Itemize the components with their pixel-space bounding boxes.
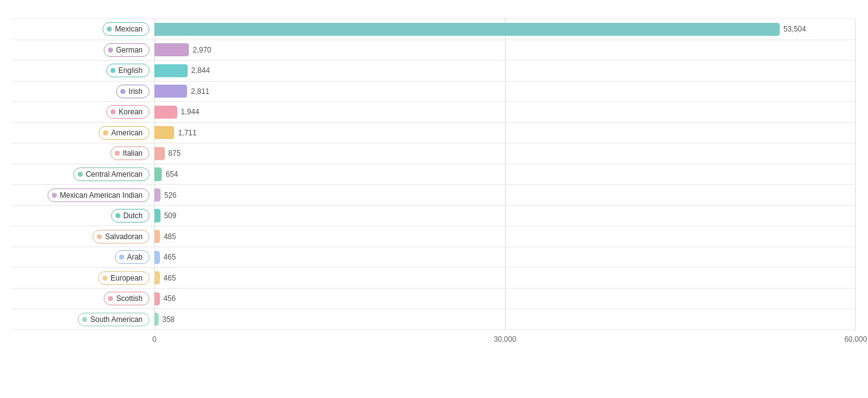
x-axis-label: 60,000 — [845, 335, 867, 344]
bar-label-pill: English — [106, 64, 149, 77]
bar-graph-area: 485 — [154, 226, 856, 247]
bar-color-dot — [120, 89, 125, 94]
bar-row: European465 — [12, 268, 856, 289]
bar-graph-area: 875 — [154, 143, 856, 164]
bar-graph-area: 526 — [154, 185, 856, 205]
bar-row: Irish2,811 — [12, 82, 856, 103]
bar-label-text: Italian — [123, 149, 143, 158]
bar-fill — [154, 251, 160, 264]
chart-container: Mexican53,504German2,970English2,844Iris… — [0, 0, 868, 398]
bar-value-label: 1,944 — [181, 108, 199, 116]
bar-color-dot — [119, 255, 124, 260]
bar-color-dot — [52, 193, 57, 198]
bar-fill — [154, 23, 780, 36]
bar-label-area: Irish — [12, 85, 154, 98]
bar-value-label: 2,970 — [193, 46, 211, 54]
bar-graph-area: 2,844 — [154, 61, 856, 81]
bar-row: Dutch509 — [12, 206, 856, 227]
bar-value-label: 654 — [165, 170, 178, 179]
bar-row: Italian875 — [12, 143, 856, 164]
bar-label-text: American — [111, 129, 143, 137]
bar-row: English2,844 — [12, 61, 856, 82]
bar-fill — [154, 188, 161, 201]
bar-graph-area: 1,944 — [154, 102, 856, 122]
bar-color-dot — [108, 48, 113, 53]
bar-label-area: European — [12, 271, 154, 285]
bar-graph-area: 465 — [154, 268, 856, 288]
bar-label-pill: Mexican — [102, 22, 149, 36]
bar-row: Central American654 — [12, 164, 856, 185]
bar-graph-area: 509 — [154, 206, 856, 226]
bar-fill — [154, 106, 177, 119]
bar-label-area: Italian — [12, 146, 154, 160]
bar-color-dot — [108, 296, 113, 301]
bar-graph-area: 2,970 — [154, 40, 856, 61]
x-axis-label: 30,000 — [494, 335, 517, 344]
bar-fill — [154, 313, 159, 326]
bar-label-text: English — [119, 66, 143, 75]
bar-graph-area: 1,711 — [154, 123, 856, 143]
bar-fill — [154, 230, 160, 243]
bar-row: German2,970 — [12, 40, 856, 61]
bar-row: Scottish456 — [12, 289, 856, 310]
bar-color-dot — [103, 130, 108, 135]
bar-graph-area: 465 — [154, 247, 856, 268]
bar-fill — [154, 126, 174, 139]
bar-fill — [154, 147, 165, 160]
bar-label-pill: South American — [78, 313, 149, 326]
bar-value-label: 53,504 — [783, 25, 806, 33]
bar-color-dot — [82, 317, 87, 322]
x-axis-label: 0 — [152, 335, 157, 344]
bar-label-area: Korean — [12, 105, 154, 119]
bar-label-text: European — [111, 274, 143, 282]
bar-label-text: Scottish — [116, 294, 143, 303]
bar-label-text: South American — [90, 315, 143, 324]
bar-label-text: Irish — [128, 87, 143, 96]
bar-value-label: 875 — [169, 149, 181, 158]
bar-label-pill: American — [99, 126, 149, 140]
bar-label-area: English — [12, 64, 154, 77]
bar-label-area: Central American — [12, 167, 154, 181]
bar-label-area: Mexican American Indian — [12, 188, 154, 202]
bar-label-pill: Arab — [115, 250, 149, 264]
bar-label-area: Scottish — [12, 292, 154, 305]
bar-label-area: Dutch — [12, 209, 154, 222]
bar-label-pill: Mexican American Indian — [48, 188, 149, 202]
bar-color-dot — [102, 276, 107, 281]
bar-label-text: Arab — [127, 253, 143, 261]
bar-graph-area: 53,504 — [154, 19, 856, 40]
bar-fill — [154, 292, 160, 305]
bar-label-text: Central American — [86, 170, 143, 179]
bar-label-area: Salvadoran — [12, 230, 154, 243]
bar-label-area: German — [12, 43, 154, 57]
bar-color-dot — [78, 172, 83, 177]
bar-label-area: Mexican — [12, 22, 154, 36]
bar-value-label: 485 — [164, 232, 176, 241]
bar-row: Korean1,944 — [12, 102, 856, 123]
bar-fill — [154, 43, 189, 56]
bar-row: Mexican American Indian526 — [12, 185, 856, 206]
bar-value-label: 2,844 — [191, 66, 210, 75]
chart-area: Mexican53,504German2,970English2,844Iris… — [12, 19, 856, 349]
bar-color-dot — [97, 234, 102, 239]
bar-label-pill: Central American — [73, 167, 149, 181]
bar-value-label: 465 — [164, 253, 176, 261]
bar-row: Salvadoran485 — [12, 226, 856, 247]
bar-row: South American358 — [12, 309, 856, 330]
bar-value-label: 465 — [164, 274, 176, 282]
bar-value-label: 509 — [164, 211, 177, 220]
bar-label-text: Korean — [119, 108, 143, 116]
bar-value-label: 1,711 — [178, 129, 196, 137]
bar-label-pill: Dutch — [111, 209, 149, 222]
bar-value-label: 358 — [162, 315, 175, 324]
bar-value-label: 2,811 — [191, 87, 209, 96]
bar-label-pill: German — [104, 43, 149, 57]
bar-graph-area: 358 — [154, 309, 856, 329]
bar-graph-area: 2,811 — [154, 82, 856, 102]
bar-value-label: 456 — [164, 294, 176, 303]
bar-label-text: German — [116, 46, 143, 54]
bar-fill — [154, 209, 161, 222]
bar-color-dot — [111, 109, 115, 114]
bar-color-dot — [111, 68, 115, 73]
bar-label-pill: Italian — [111, 146, 149, 160]
